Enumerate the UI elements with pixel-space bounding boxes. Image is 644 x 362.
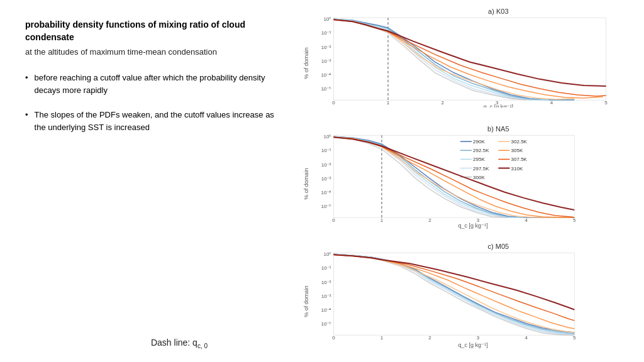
svg-text:292.5K: 292.5K <box>473 148 489 153</box>
left-panel: probability density functions of mixing … <box>0 0 302 362</box>
chart-na5: b) NA5 % of domain 10⁰ 10⁻¹ 10⁻² 10⁻³ 10… <box>302 124 638 238</box>
svg-text:10⁻²: 10⁻² <box>321 280 331 285</box>
bullet-item-2: The slopes of the PDFs weaken, and the c… <box>25 109 283 133</box>
svg-text:1: 1 <box>380 335 384 341</box>
svg-text:10⁻²: 10⁻² <box>321 45 331 50</box>
svg-text:295K: 295K <box>473 156 485 162</box>
svg-text:% of domain: % of domain <box>303 168 309 200</box>
chart-m05-svg: c) M05 % of domain 10⁰ 10⁻¹ 10⁻² 10⁻³ 10… <box>302 241 638 352</box>
svg-text:2: 2 <box>441 100 444 106</box>
slide-title: probability density functions of mixing … <box>25 19 283 43</box>
dash-line-note: Dash line: qc, 0 <box>25 325 283 349</box>
svg-text:310K: 310K <box>511 166 523 172</box>
bullet-item-1: before reaching a cutoff value after whi… <box>25 72 283 96</box>
svg-text:1: 1 <box>380 217 384 223</box>
bullet-text-1: before reaching a cutoff value after whi… <box>35 72 283 96</box>
svg-text:10⁻⁴: 10⁻⁴ <box>321 307 331 313</box>
svg-text:q_c [g kg⁻¹]: q_c [g kg⁻¹] <box>458 222 487 229</box>
svg-text:297.5K: 297.5K <box>473 166 489 172</box>
svg-text:10⁰: 10⁰ <box>323 251 331 257</box>
svg-text:10⁻³: 10⁻³ <box>321 176 331 182</box>
svg-text:% of domain: % of domain <box>303 48 309 79</box>
svg-text:0: 0 <box>332 335 335 341</box>
svg-text:4: 4 <box>525 217 528 223</box>
svg-text:q_c [g kg⁻¹]: q_c [g kg⁻¹] <box>458 342 487 348</box>
dash-line-sub: c, 0 <box>197 343 208 349</box>
svg-text:% of domain: % of domain <box>303 286 309 317</box>
svg-text:b) NA5: b) NA5 <box>487 125 509 133</box>
svg-text:4: 4 <box>550 100 553 106</box>
svg-text:2: 2 <box>428 335 431 341</box>
svg-text:0: 0 <box>332 100 335 106</box>
svg-text:c) M05: c) M05 <box>487 243 509 250</box>
svg-text:302.5K: 302.5K <box>511 139 527 145</box>
svg-text:5: 5 <box>573 335 576 341</box>
svg-text:3: 3 <box>477 335 480 341</box>
svg-text:10⁻²: 10⁻² <box>321 162 331 168</box>
svg-text:a) K03: a) K03 <box>488 8 509 15</box>
svg-text:10⁰: 10⁰ <box>323 134 331 140</box>
chart-m05: c) M05 % of domain 10⁰ 10⁻¹ 10⁻² 10⁻³ 10… <box>302 241 638 356</box>
svg-text:307.5K: 307.5K <box>511 156 527 162</box>
svg-text:10⁻¹: 10⁻¹ <box>321 265 331 271</box>
svg-text:2: 2 <box>428 217 431 223</box>
svg-text:10⁻³: 10⁻³ <box>321 293 331 299</box>
svg-text:0: 0 <box>332 217 335 223</box>
svg-text:5: 5 <box>573 217 576 223</box>
chart-na5-svg: b) NA5 % of domain 10⁰ 10⁻¹ 10⁻² 10⁻³ 10… <box>302 124 638 234</box>
svg-text:10⁰: 10⁰ <box>323 16 331 22</box>
svg-text:4: 4 <box>525 335 528 341</box>
right-panel: a) K03 % of domain 10⁰ 10⁻¹ 10⁻² 10⁻³ 10… <box>302 0 644 362</box>
svg-rect-19 <box>333 135 574 217</box>
svg-text:10⁻⁵: 10⁻⁵ <box>321 86 331 92</box>
svg-text:300K: 300K <box>473 175 485 180</box>
svg-text:5: 5 <box>604 100 608 106</box>
svg-text:1: 1 <box>387 100 390 106</box>
svg-text:305K: 305K <box>511 148 523 153</box>
svg-text:10⁻¹: 10⁻¹ <box>321 30 331 36</box>
bullet-text-2: The slopes of the PDFs weaken, and the c… <box>35 109 283 133</box>
svg-text:290K: 290K <box>473 139 485 145</box>
svg-text:10⁻⁴: 10⁻⁴ <box>321 72 331 78</box>
svg-text:10⁻³: 10⁻³ <box>321 58 331 64</box>
svg-text:10⁻⁴: 10⁻⁴ <box>321 190 331 195</box>
svg-text:10⁻⁵: 10⁻⁵ <box>321 321 331 327</box>
svg-text:10⁻⁵: 10⁻⁵ <box>321 204 331 209</box>
slide-subtitle: at the altitudes of maximum time-mean co… <box>25 47 283 57</box>
svg-text:q_c [g kg⁻¹]: q_c [g kg⁻¹] <box>484 104 513 107</box>
dash-line-label: Dash line: q <box>151 337 197 348</box>
bullet-list: before reaching a cutoff value after whi… <box>25 72 283 146</box>
chart-k03: a) K03 % of domain 10⁰ 10⁻¹ 10⁻² 10⁻³ 10… <box>302 6 638 121</box>
svg-text:10⁻¹: 10⁻¹ <box>321 148 331 153</box>
chart-k03-svg: a) K03 % of domain 10⁰ 10⁻¹ 10⁻² 10⁻³ 10… <box>302 6 638 107</box>
